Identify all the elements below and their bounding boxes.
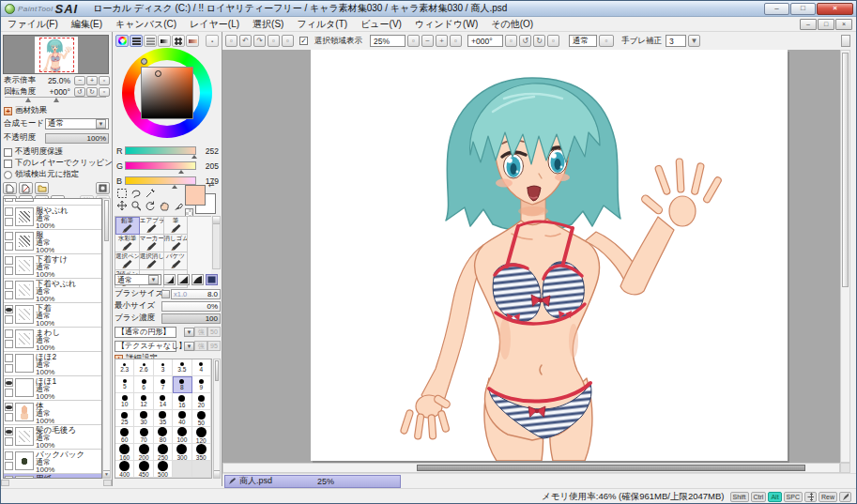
chevron-down-icon[interactable]: ▼ <box>184 328 194 337</box>
layer-visibility-toggle[interactable] <box>5 476 13 479</box>
brush-size-350[interactable]: 350 <box>192 444 211 461</box>
new-layer-button[interactable] <box>3 182 17 194</box>
layer-visibility-toggle[interactable] <box>5 451 13 460</box>
layer-visibility-toggle[interactable] <box>5 403 13 411</box>
layer-row[interactable]: 服通常100% <box>4 230 101 254</box>
brush-size-400[interactable]: 400 <box>115 461 134 478</box>
brush-edge-hard-button[interactable] <box>163 274 176 285</box>
undo-button[interactable]: ↶ <box>239 35 252 47</box>
toolbar-overflow-button[interactable] <box>841 35 850 47</box>
layer-visibility-toggle[interactable] <box>5 305 13 313</box>
layer-row[interactable]: まわし通常100% <box>4 328 101 352</box>
brush-size-100[interactable]: 100 <box>173 427 191 444</box>
brush-size-12[interactable]: 12 <box>134 393 153 410</box>
layer-row[interactable]: 下着やぶれ通常100% <box>4 279 101 303</box>
brush-size-40[interactable]: 40 <box>173 410 191 427</box>
layer-row[interactable]: ほほ1通常100% <box>4 376 101 401</box>
layer-scrollbar-thumb[interactable] <box>104 200 109 241</box>
tool-scroll-up-button[interactable] <box>213 217 220 224</box>
tool-選択ペン[interactable]: 選択ペン <box>115 252 140 270</box>
layer-row[interactable]: ほほ2通常100% <box>4 352 101 376</box>
close-button[interactable]: × <box>817 3 853 15</box>
redo-button[interactable]: ↷ <box>253 35 266 47</box>
foreground-color-swatch[interactable] <box>185 185 206 206</box>
tool-鉛筆[interactable]: 鉛筆 <box>115 217 140 235</box>
color-wheel-tab[interactable] <box>115 35 129 47</box>
swatches-tab[interactable] <box>172 35 185 47</box>
menu-item[interactable]: その他(O) <box>484 18 540 31</box>
layer-lock-toggle[interactable] <box>5 364 13 373</box>
vertical-scrollbar-thumb[interactable] <box>842 53 849 287</box>
size-scroll-down-button[interactable] <box>214 470 220 478</box>
brush-size-7[interactable]: 7 <box>154 376 173 393</box>
rotate-ccw-button[interactable]: ↺ <box>74 87 85 97</box>
brush-size-500[interactable]: 500 <box>154 461 173 478</box>
brush-size-16[interactable]: 16 <box>173 393 191 410</box>
layer-visibility-toggle[interactable] <box>5 232 13 240</box>
brush-size-2.3[interactable]: 2.3 <box>115 359 134 376</box>
clipping-group-checkbox[interactable] <box>4 160 12 168</box>
layer-lock-toggle[interactable] <box>5 389 13 397</box>
paper-effect-expander-icon[interactable]: + <box>4 107 12 115</box>
brush-edge-linear-button[interactable] <box>177 274 190 285</box>
zoom-in-canvas-button[interactable]: + <box>436 35 448 47</box>
size-grid-scrollbar[interactable] <box>213 359 221 479</box>
canvas-angle-field[interactable]: +000° <box>467 35 503 47</box>
brush-size-160[interactable]: 160 <box>115 444 134 461</box>
layer-visibility-toggle[interactable] <box>5 427 13 435</box>
zoom-fit-button[interactable]: ▫ <box>407 35 420 47</box>
rotate-ccw-canvas-button[interactable]: ↺ <box>519 35 531 47</box>
new-layer-folder-button[interactable] <box>35 182 49 194</box>
brush-size-slider[interactable]: x1.0 8.0 <box>171 289 221 299</box>
layer-row[interactable]: 用紙通常100% <box>4 474 101 479</box>
sampling-mode-field[interactable]: 通常 <box>569 35 597 47</box>
brush-size-120[interactable]: 120 <box>192 427 211 444</box>
layer-visibility-toggle[interactable] <box>5 207 13 216</box>
angle-reset-button[interactable]: ▫ <box>99 87 110 97</box>
tool-選択消し[interactable]: 選択消し <box>140 252 164 270</box>
brush-size-5[interactable]: 5 <box>115 376 134 393</box>
move-tool[interactable] <box>115 200 128 211</box>
size-unit-button[interactable] <box>161 290 170 298</box>
layer-hscroll-left-button[interactable] <box>1 480 9 486</box>
tool-バケツ[interactable]: バケツ <box>164 252 189 270</box>
preserve-opacity-checkbox[interactable] <box>4 148 12 157</box>
new-canvas-button[interactable]: ▫ <box>225 35 237 47</box>
layer-row[interactable]: 体通常100% <box>4 401 101 425</box>
navigator-view[interactable] <box>3 35 109 74</box>
hand-tool[interactable] <box>158 200 170 211</box>
layer-row[interactable]: 下着すけ通常100% <box>4 254 101 279</box>
layer-lock-toggle[interactable] <box>5 462 13 470</box>
brush-size-8[interactable]: 8 <box>173 376 191 393</box>
layer-lock-toggle[interactable] <box>5 198 13 202</box>
new-lineart-layer-button[interactable] <box>19 182 33 194</box>
angle-reset-canvas-button[interactable]: ▫ <box>505 35 517 47</box>
layer-lock-toggle[interactable] <box>5 267 13 275</box>
layer-visibility-toggle[interactable] <box>5 256 13 265</box>
layer-lock-toggle[interactable] <box>5 340 13 348</box>
document-tab[interactable]: 商人.psd 25% <box>224 475 401 488</box>
brush-size-4[interactable]: 4 <box>192 359 211 376</box>
layer-row[interactable]: 100% <box>4 198 101 206</box>
menu-item[interactable]: 選択(S) <box>246 18 290 31</box>
layer-lock-toggle[interactable] <box>5 413 13 421</box>
tool-マーカー[interactable]: マーカー <box>140 235 164 252</box>
brush-size-250[interactable]: 250 <box>154 444 173 461</box>
brush-shape-select[interactable]: 【通常の円形】 <box>115 327 176 338</box>
b-slider[interactable] <box>125 176 196 185</box>
layer-mask-button[interactable] <box>96 182 110 194</box>
lasso-tool[interactable] <box>130 188 142 199</box>
layer-hscroll-right-button[interactable] <box>103 480 112 486</box>
min-size-slider[interactable]: 0% <box>161 301 221 312</box>
rect-select-tool[interactable] <box>115 188 128 199</box>
tool-筆[interactable]: 筆 <box>164 217 189 235</box>
r-slider[interactable] <box>125 146 196 155</box>
brush-size-30[interactable]: 30 <box>134 410 153 427</box>
layer-visibility-toggle[interactable] <box>5 354 13 362</box>
zoom-tool[interactable] <box>130 200 142 211</box>
brush-size-6[interactable]: 6 <box>134 376 153 393</box>
chevron-down-icon[interactable]: ▼ <box>184 342 194 351</box>
layer-lock-toggle[interactable] <box>5 218 13 226</box>
opacity-slider[interactable]: 100% <box>45 133 109 144</box>
color-mixer-tab[interactable] <box>158 35 171 47</box>
